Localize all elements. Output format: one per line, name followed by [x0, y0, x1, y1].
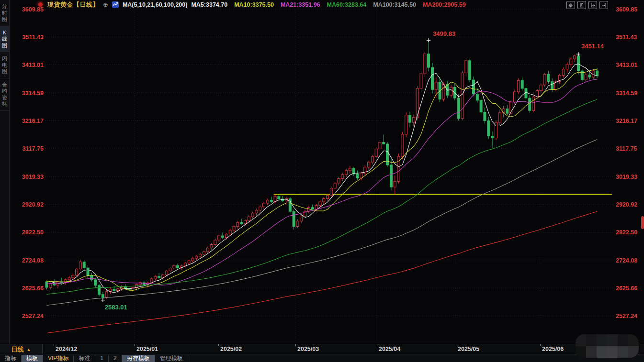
mini-chart-icon[interactable]: [112, 1, 119, 8]
candle-body: [547, 74, 550, 81]
candle-body: [251, 213, 254, 217]
candle-body: [206, 248, 209, 252]
month-label: 2025/05: [458, 346, 479, 352]
candle-body: [532, 97, 535, 110]
candle-body: [521, 80, 523, 88]
candle-body: [113, 289, 115, 291]
candle-body: [368, 162, 370, 167]
candle-body: [233, 227, 235, 230]
bottom-tab[interactable]: 管理模板: [155, 355, 188, 362]
candle-body: [263, 203, 265, 207]
mosaic-cell: [607, 346, 618, 358]
candle-body: [341, 175, 344, 178]
y-axis-label-left: 3216.17: [22, 118, 44, 124]
candle-body: [278, 197, 280, 199]
scale-horizontal-icon[interactable]: [588, 1, 597, 9]
candle-body: [581, 71, 583, 80]
extreme-price-label: 3499.83: [433, 30, 455, 37]
sidebar-tab-1[interactable]: 分时图: [0, 0, 9, 26]
sidebar-tab-4[interactable]: 合约资料: [0, 78, 9, 111]
month-label: 2025/04: [379, 346, 400, 352]
bottom-tab[interactable]: 模板: [22, 355, 43, 362]
candle-body: [188, 261, 190, 263]
chart-header: 现货黄金【日线】 ⊕ MA(5,10,21,60,100,200) MA5:33…: [38, 0, 466, 9]
candle-body: [98, 285, 100, 295]
candle-body: [457, 98, 460, 119]
candle-body: [300, 216, 303, 221]
candle-body: [143, 283, 145, 285]
bottom-tab[interactable]: 标准: [74, 355, 95, 362]
candle-body: [498, 113, 501, 122]
mosaic-cell: [586, 346, 597, 358]
candle-body: [214, 240, 216, 244]
mosaic-cell: [607, 334, 618, 346]
bottom-tab[interactable]: 指标: [0, 355, 22, 362]
sidebar-tab-2[interactable]: K线图: [0, 26, 9, 53]
ma-value: MA5:3374.70: [191, 1, 227, 8]
candle-body: [514, 92, 516, 102]
candle-body: [574, 56, 576, 59]
candle-body: [585, 75, 587, 80]
symbol-title[interactable]: 现货黄金【日线】: [47, 0, 99, 9]
candle-body: [165, 271, 168, 275]
month-label: 2024/12: [56, 346, 77, 352]
y-axis-label-left: 3314.59: [22, 90, 44, 97]
candle-body: [94, 280, 97, 285]
candle-body: [484, 112, 486, 121]
y-axis-label-right: 2920.92: [616, 201, 637, 208]
ma-line-60: [47, 99, 598, 295]
month-tick: [135, 344, 135, 346]
candle-body: [480, 100, 482, 112]
y-axis-label-right: 2822.50: [616, 229, 637, 236]
scale-vertical-icon[interactable]: [577, 1, 586, 9]
candle-body: [356, 174, 359, 178]
y-axis-label-left: 3117.75: [23, 145, 44, 152]
pan-right-icon[interactable]: [599, 1, 608, 9]
y-axis-label-left: 3019.33: [22, 174, 44, 180]
candle-body: [461, 73, 463, 118]
link-toggle-icon[interactable]: ⊕: [103, 1, 108, 8]
y-axis-label-left: 2822.50: [22, 229, 44, 236]
month-tick: [54, 344, 54, 346]
bottom-tab[interactable]: 1: [95, 355, 109, 362]
candle-body: [311, 208, 314, 209]
candlestick-chart[interactable]: 3609.853609.853511.433511.433413.013413.…: [0, 0, 644, 362]
bottom-tab[interactable]: 2: [109, 355, 122, 362]
candle-body: [124, 286, 126, 288]
mosaic-cell: [597, 334, 607, 346]
candle-body: [588, 75, 591, 77]
ma-line-21: [47, 79, 598, 285]
candle-body: [472, 80, 475, 94]
month-label: 2025/01: [136, 346, 158, 352]
sidebar-tab-3[interactable]: 闪电图: [0, 52, 9, 78]
y-axis-label-left: 2527.24: [22, 313, 44, 319]
candle-body: [105, 292, 108, 297]
ma-value: MA100:3145.50: [373, 1, 416, 8]
triangle-up-icon: ▲: [27, 347, 31, 352]
candle-body: [222, 236, 224, 238]
right-scrollbar-thumb[interactable]: [641, 216, 644, 229]
y-axis-label-right: 2625.66: [616, 285, 637, 292]
candle-body: [543, 74, 546, 85]
candle-body: [469, 61, 471, 80]
candle-body: [244, 220, 246, 224]
bottom-tab[interactable]: VIP指标: [43, 355, 74, 362]
candle-body: [390, 165, 392, 187]
candle-body: [274, 197, 276, 202]
candle-body: [345, 171, 348, 175]
candle-body: [401, 134, 404, 156]
candle-body: [536, 91, 538, 97]
mosaic-cell: [618, 334, 628, 346]
interval-selector-button[interactable]: 日线 ▲: [0, 344, 43, 354]
candle-body: [491, 136, 494, 138]
candle-body: [102, 295, 104, 298]
candle-body: [409, 115, 411, 122]
bottom-tab[interactable]: 另存模板: [122, 355, 155, 362]
chart-toolbar: [566, 1, 608, 9]
candle-body: [270, 200, 272, 201]
y-axis-label-left: 2920.92: [22, 201, 44, 208]
candle-body: [117, 289, 119, 291]
candle-body: [184, 263, 186, 266]
fit-chart-icon[interactable]: [566, 1, 575, 9]
candle-body: [566, 65, 568, 69]
